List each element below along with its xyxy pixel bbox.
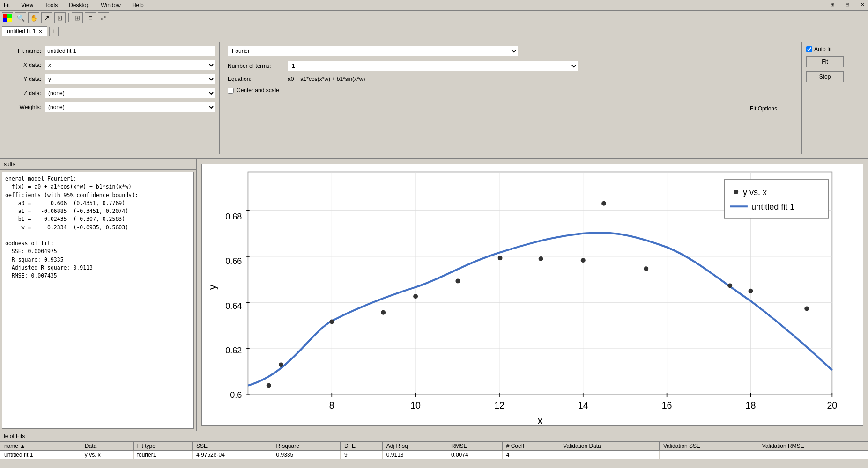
row-validation-sse bbox=[659, 451, 758, 460]
table-header-text: le of Fits bbox=[4, 433, 25, 439]
col-adj-r-sq[interactable]: Adj R-sq bbox=[382, 442, 447, 451]
svg-text:14: 14 bbox=[578, 400, 588, 410]
center-scale-checkbox[interactable] bbox=[228, 88, 234, 94]
window-tile-icon[interactable]: ⊞ bbox=[829, 1, 836, 9]
weights-label: Weights: bbox=[8, 104, 41, 110]
fit-button[interactable]: Fit bbox=[806, 56, 844, 67]
col-data[interactable]: Data bbox=[81, 442, 133, 451]
col-dfe[interactable]: DFE bbox=[340, 442, 382, 451]
menu-help[interactable]: Help bbox=[130, 1, 146, 9]
x-data-row: X data: x bbox=[8, 60, 215, 70]
z-data-select[interactable]: (none) bbox=[45, 88, 215, 98]
svg-text:18: 18 bbox=[746, 400, 756, 410]
table-row[interactable]: untitled fit 1 y vs. x fourier1 4.9752e-… bbox=[0, 451, 868, 460]
svg-text:16: 16 bbox=[662, 400, 672, 410]
svg-rect-59 bbox=[725, 180, 828, 218]
brush-btn[interactable]: ⊡ bbox=[54, 12, 66, 23]
window-close-icon[interactable]: ✕ bbox=[859, 1, 866, 9]
tab-close-btn[interactable]: ✕ bbox=[38, 29, 42, 34]
tab-add-btn[interactable]: + bbox=[49, 27, 59, 36]
menu-desktop[interactable]: Desktop bbox=[67, 1, 91, 9]
center-scale-row: Center and scale bbox=[228, 87, 794, 94]
menu-view[interactable]: View bbox=[19, 1, 35, 9]
y-data-label: Y data: bbox=[8, 76, 41, 82]
result-line-1: eneral model Fourier1: bbox=[5, 175, 191, 183]
num-terms-select[interactable]: 1 bbox=[288, 61, 578, 71]
tab-untitled-fit-1[interactable]: untitled fit 1 ✕ bbox=[2, 26, 47, 36]
col-validation-data[interactable]: Validation Data bbox=[559, 442, 660, 451]
svg-text:0.64: 0.64 bbox=[225, 301, 242, 311]
x-data-select[interactable]: x bbox=[45, 60, 215, 70]
pan-btn[interactable]: ✋ bbox=[28, 12, 39, 23]
results-header: sults bbox=[0, 159, 196, 170]
main-container: Fit name: X data: x Y data: y Z data: (n… bbox=[0, 37, 868, 468]
results-content: eneral model Fourier1: f(x) = a0 + a1*co… bbox=[2, 172, 194, 429]
result-line-5: a1 = -0.06885 (-0.3451, 0.2074) bbox=[5, 207, 191, 215]
table-btn[interactable]: ≡ bbox=[85, 12, 96, 23]
grid-btn[interactable]: ⊞ bbox=[72, 12, 83, 23]
col-validation-rmse[interactable]: Validation RMSE bbox=[758, 442, 868, 451]
svg-text:0.6: 0.6 bbox=[230, 390, 242, 400]
result-line-3: oefficients (with 95% confidence bounds)… bbox=[5, 191, 191, 199]
y-data-select[interactable]: y bbox=[45, 74, 215, 84]
zoom-btn[interactable]: 🔍 bbox=[15, 12, 26, 23]
svg-text:y vs. x: y vs. x bbox=[743, 188, 767, 197]
row-r-square: 0.9335 bbox=[272, 451, 340, 460]
row-sse: 4.9752e-04 bbox=[193, 451, 272, 460]
svg-point-55 bbox=[644, 266, 648, 271]
table-header-bar: le of Fits bbox=[0, 431, 868, 441]
result-line-12: Adjusted R-square: 0.9113 bbox=[5, 264, 191, 272]
svg-text:0.66: 0.66 bbox=[225, 256, 242, 266]
svg-point-53 bbox=[581, 258, 586, 263]
chart-panel: 8 10 12 14 16 18 20 x bbox=[197, 159, 868, 431]
col-name[interactable]: name ▲ bbox=[0, 442, 81, 451]
center-scale-label: Center and scale bbox=[237, 87, 279, 94]
stop-button[interactable]: Stop bbox=[806, 71, 844, 82]
col-sse[interactable]: SSE bbox=[193, 442, 272, 451]
fits-table: name ▲ Data Fit type SSE R-square DFE Ad… bbox=[0, 441, 868, 460]
results-panel: sults eneral model Fourier1: f(x) = a0 +… bbox=[0, 159, 197, 431]
menu-fit[interactable]: Fit bbox=[2, 1, 12, 9]
fit-name-row: Fit name: bbox=[8, 46, 215, 56]
menu-tools[interactable]: Tools bbox=[43, 1, 59, 9]
svg-text:20: 20 bbox=[827, 400, 837, 410]
svg-point-47 bbox=[329, 320, 334, 324]
result-line-11: R-square: 0.9335 bbox=[5, 256, 191, 264]
toolbar-separator bbox=[68, 13, 69, 22]
equation-value: a0 + a1*cos(x*w) + b1*sin(x*w) bbox=[288, 76, 365, 82]
model-select-row: Fourier bbox=[228, 46, 794, 56]
result-line-10: SSE: 0.0004975 bbox=[5, 248, 191, 256]
svg-rect-1 bbox=[7, 14, 12, 18]
toolbar: 🔍 ✋ ↗ ⊡ ⊞ ≡ ⇄ bbox=[0, 11, 868, 25]
auto-fit-checkbox[interactable] bbox=[806, 46, 812, 52]
col-n-coeff[interactable]: # Coeff bbox=[502, 442, 559, 451]
svg-text:x: x bbox=[538, 415, 543, 425]
fit-btn-toolbar[interactable]: ⇄ bbox=[98, 12, 109, 23]
col-rmse[interactable]: RMSE bbox=[447, 442, 502, 451]
tabbar: untitled fit 1 ✕ + bbox=[0, 25, 868, 37]
data-cursor-btn[interactable]: ↗ bbox=[41, 12, 52, 23]
row-adj-r-sq: 0.9113 bbox=[382, 451, 447, 460]
result-line-4: a0 = 0.606 (0.4351, 0.7769) bbox=[5, 199, 191, 207]
svg-point-51 bbox=[498, 256, 503, 260]
fit-options-button[interactable]: Fit Options... bbox=[738, 103, 794, 114]
model-select[interactable]: Fourier bbox=[228, 46, 518, 56]
tab-label: untitled fit 1 bbox=[7, 28, 36, 35]
svg-point-52 bbox=[539, 256, 543, 261]
color-btn[interactable] bbox=[2, 12, 13, 23]
chart-container: 8 10 12 14 16 18 20 x bbox=[201, 164, 863, 426]
col-validation-sse[interactable]: Validation SSE bbox=[659, 442, 758, 451]
col-r-square[interactable]: R-square bbox=[272, 442, 340, 451]
config-right: Auto fit Fit Stop bbox=[802, 42, 863, 154]
result-line-7: w = 0.2334 (-0.0935, 0.5603) bbox=[5, 224, 191, 232]
col-fit-type[interactable]: Fit type bbox=[133, 442, 192, 451]
window-min-icon[interactable]: ⊟ bbox=[844, 1, 851, 9]
top-panel: Fit name: X data: x Y data: y Z data: (n… bbox=[0, 37, 868, 159]
results-header-text: sults bbox=[4, 161, 15, 168]
svg-point-50 bbox=[455, 279, 460, 284]
fit-name-input[interactable] bbox=[45, 46, 215, 56]
weights-select[interactable]: (none) bbox=[45, 102, 215, 112]
svg-rect-0 bbox=[3, 14, 7, 18]
menu-window[interactable]: Window bbox=[99, 1, 123, 9]
result-line-2: f(x) = a0 + a1*cos(x*w) + b1*sin(x*w) bbox=[5, 183, 191, 191]
